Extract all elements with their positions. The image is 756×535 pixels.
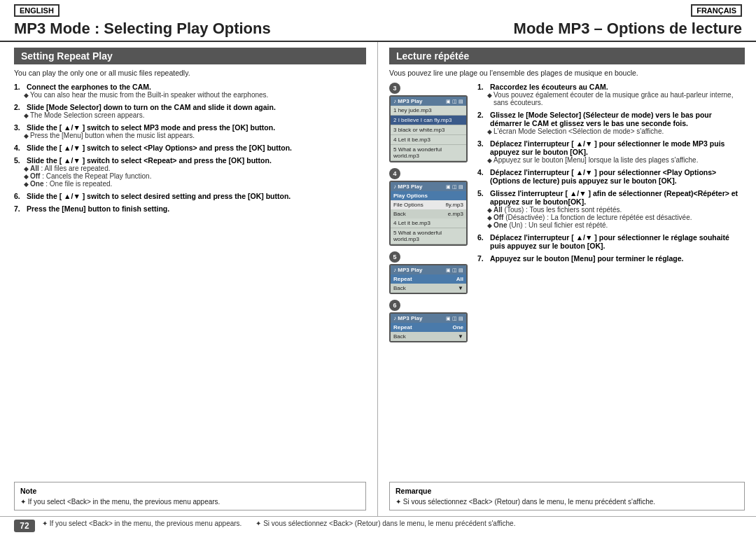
lang-badge-en: ENGLISH	[14, 4, 59, 17]
step-fr-5: 5. Glissez l'interrupteur [ ▲/▼ ] afin d…	[477, 189, 745, 229]
device-screen-5: ♪ MP3 Play ▣ ◫ ▤ RepeatAll Back▼	[389, 264, 468, 294]
step-en-6: 6. Slide the [ ▲/▼ ] switch to select de…	[14, 192, 366, 200]
steps-text-fr: 1. Raccordez les écouteurs au CAM. ◆Vous…	[477, 83, 745, 478]
device-screen-3: ♪ MP3 Play ▣ ◫ ▤ 1 hey jude.mp3 2 I beli…	[389, 95, 468, 162]
note-box-en: Note ✦ If you select <Back> in the menu,…	[14, 482, 366, 510]
note-text-fr: ✦ Si vous sélectionnez <Back> (Retour) d…	[396, 498, 738, 506]
step-en-7: 7. Press the [Menu] button to finish set…	[14, 204, 366, 213]
note-text-en: ✦ If you select <Back> in the menu, the …	[20, 498, 360, 506]
content-area: Setting Repeat Play You can play the onl…	[0, 42, 756, 516]
note-box-fr: Remarque ✦ Si vous sélectionnez <Back> (…	[389, 482, 745, 510]
device-screen-6: ♪ MP3 Play ▣ ◫ ▤ RepeatOne Back▼	[389, 312, 468, 342]
step-fr-2: 2. Glissez le [Mode Selector] (Sélecteur…	[477, 111, 745, 135]
lang-badge-fr: FRANÇAIS	[691, 4, 742, 17]
device-6: 6 ♪ MP3 Play ▣ ◫ ▤ RepeatOne Back▼	[389, 300, 472, 345]
header: ENGLISH MP3 Mode : Selecting Play Option…	[0, 0, 756, 42]
step-fr-1: 1. Raccordez les écouteurs au CAM. ◆Vous…	[477, 83, 745, 106]
device-screens: 3 ♪ MP3 Play ▣ ◫ ▤ 1 hey jude.mp3 2 I be…	[389, 83, 472, 478]
header-right: FRANÇAIS Mode MP3 – Options de lecture	[378, 4, 742, 38]
step-fr-3: 3. Déplacez l'interrupteur [ ▲/▼ ] pour …	[477, 139, 745, 164]
left-column: Setting Repeat Play You can play the onl…	[0, 42, 378, 516]
note-title-en: Note	[20, 487, 360, 495]
note-title-fr: Remarque	[396, 487, 738, 495]
title-fr: Mode MP3 – Options de lecture	[514, 20, 742, 38]
device-screen-4: ♪ MP3 Play ▣ ◫ ▤ Play Options File Optio…	[389, 181, 468, 246]
footer-note-fr: ✦ Si vous sélectionnez <Back> (Retour) d…	[241, 520, 742, 527]
step-fr-7: 7. Appuyez sur le bouton [Menu] pour ter…	[477, 254, 745, 263]
device-5: 5 ♪ MP3 Play ▣ ◫ ▤ RepeatAll Back▼	[389, 251, 472, 297]
step-en-3: 3. Slide the [ ▲/▼ ] switch to select MP…	[14, 123, 366, 139]
steps-container-en: 1. Connect the earphones to the CAM. ◆Yo…	[14, 83, 366, 478]
intro-en: You can play the only one or all music f…	[14, 69, 366, 77]
header-left: ENGLISH MP3 Mode : Selecting Play Option…	[14, 4, 378, 38]
device-4: 4 ♪ MP3 Play ▣ ◫ ▤ Play Options File Opt…	[389, 168, 472, 249]
device-3: 3 ♪ MP3 Play ▣ ◫ ▤ 1 hey jude.mp3 2 I be…	[389, 83, 472, 165]
step-fr-4: 4. Déplacez l'interrupteur [ ▲/▼ ] pour …	[477, 168, 745, 185]
section-title-en: Setting Repeat Play	[14, 48, 366, 64]
page-number: 72	[14, 520, 35, 532]
page: ENGLISH MP3 Mode : Selecting Play Option…	[0, 0, 756, 535]
right-column: Lecture répétée Vous pouvez lire une pla…	[378, 42, 756, 516]
footer: 72 ✦ If you select <Back> in the menu, t…	[0, 516, 756, 535]
step-en-2: 2. Slide [Mode Selector] down to turn on…	[14, 103, 366, 119]
step-en-4: 4. Slide the [ ▲/▼ ] switch to select <P…	[14, 144, 366, 152]
intro-fr: Vous pouvez lire une plage ou l'ensemble…	[389, 69, 745, 77]
steps-container-fr: 3 ♪ MP3 Play ▣ ◫ ▤ 1 hey jude.mp3 2 I be…	[389, 83, 745, 478]
step-en-5: 5. Slide the [ ▲/▼ ] switch to select <R…	[14, 156, 366, 188]
step-en-1: 1. Connect the earphones to the CAM. ◆Yo…	[14, 83, 366, 99]
step-fr-6: 6. Déplacez l'interrupteur [ ▲/▼ ] pour …	[477, 233, 745, 250]
footer-note-en: ✦ If you select <Back> in the menu, the …	[42, 520, 241, 527]
section-title-fr: Lecture répétée	[389, 48, 745, 64]
title-en: MP3 Mode : Selecting Play Options	[14, 20, 378, 38]
steps-text-en: 1. Connect the earphones to the CAM. ◆Yo…	[14, 83, 366, 478]
